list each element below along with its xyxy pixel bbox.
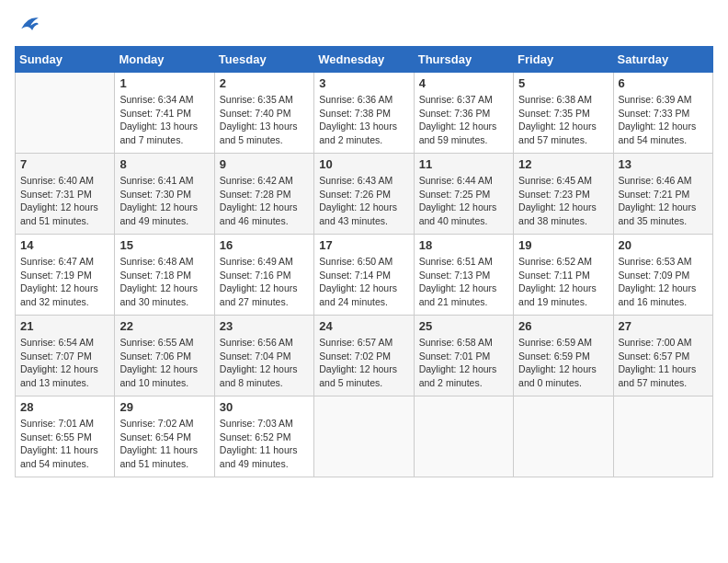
cell-content: Sunrise: 6:56 AM Sunset: 7:04 PM Dayligh… (220, 336, 309, 390)
sunset-text: Sunset: 7:18 PM (119, 270, 191, 281)
cell-content: Sunrise: 6:46 AM Sunset: 7:21 PM Dayligh… (619, 174, 708, 228)
sunset-text: Sunset: 7:31 PM (20, 189, 92, 200)
calendar-week-row: 1 Sunrise: 6:34 AM Sunset: 7:41 PM Dayli… (16, 73, 713, 154)
cell-content: Sunrise: 7:00 AM Sunset: 6:57 PM Dayligh… (619, 336, 708, 390)
cell-content: Sunrise: 7:03 AM Sunset: 6:52 PM Dayligh… (220, 417, 309, 471)
day-number: 1 (119, 76, 209, 90)
calendar-cell: 13 Sunrise: 6:46 AM Sunset: 7:21 PM Dayl… (613, 154, 712, 235)
sunset-text: Sunset: 6:57 PM (619, 350, 690, 362)
calendar-cell: 22 Sunrise: 6:55 AM Sunset: 7:06 PM Dayl… (115, 316, 214, 396)
sunrise-text: Sunrise: 6:42 AM (220, 175, 293, 186)
sunset-text: Sunset: 6:55 PM (20, 431, 92, 442)
daylight-text: Daylight: 12 hours and 16 minutes. (619, 282, 697, 307)
day-number: 14 (20, 238, 109, 252)
sunrise-text: Sunrise: 6:39 AM (619, 94, 692, 105)
sunrise-text: Sunrise: 6:54 AM (20, 337, 94, 348)
cell-content: Sunrise: 6:36 AM Sunset: 7:38 PM Dayligh… (319, 93, 408, 147)
cell-content: Sunrise: 6:34 AM Sunset: 7:41 PM Dayligh… (119, 93, 209, 147)
cell-content: Sunrise: 6:52 AM Sunset: 7:11 PM Dayligh… (518, 255, 608, 309)
weekday-header-wednesday: Wednesday (314, 47, 414, 73)
daylight-text: Daylight: 12 hours and 51 minutes. (20, 201, 98, 226)
day-number: 7 (20, 157, 109, 171)
calendar-cell: 24 Sunrise: 6:57 AM Sunset: 7:02 PM Dayl… (314, 316, 414, 396)
day-number: 2 (220, 76, 309, 90)
daylight-text: Daylight: 12 hours and 13 minutes. (20, 363, 98, 388)
cell-content: Sunrise: 7:02 AM Sunset: 6:54 PM Dayligh… (119, 417, 209, 471)
day-number: 5 (518, 76, 608, 90)
sunrise-text: Sunrise: 6:52 AM (518, 256, 592, 267)
day-number: 17 (319, 238, 408, 252)
sunrise-text: Sunrise: 6:46 AM (619, 175, 692, 186)
sunrise-text: Sunrise: 6:43 AM (319, 175, 392, 186)
sunrise-text: Sunrise: 6:34 AM (119, 94, 193, 105)
weekday-header-saturday: Saturday (613, 47, 712, 73)
sunrise-text: Sunrise: 6:44 AM (419, 175, 493, 186)
cell-content: Sunrise: 6:44 AM Sunset: 7:25 PM Dayligh… (419, 174, 508, 228)
cell-content: Sunrise: 6:35 AM Sunset: 7:40 PM Dayligh… (220, 93, 309, 147)
calendar-cell: 5 Sunrise: 6:38 AM Sunset: 7:35 PM Dayli… (514, 73, 613, 154)
day-number: 20 (619, 238, 708, 252)
daylight-text: Daylight: 11 hours and 51 minutes. (119, 444, 198, 469)
calendar-cell: 28 Sunrise: 7:01 AM Sunset: 6:55 PM Dayl… (16, 396, 115, 477)
sunset-text: Sunset: 7:16 PM (220, 270, 291, 281)
sunset-text: Sunset: 7:19 PM (20, 270, 92, 281)
sunset-text: Sunset: 6:59 PM (518, 350, 590, 362)
sunset-text: Sunset: 7:26 PM (319, 189, 391, 200)
day-number: 15 (119, 238, 209, 252)
sunset-text: Sunset: 7:25 PM (419, 189, 491, 200)
day-number: 28 (20, 400, 109, 414)
daylight-text: Daylight: 12 hours and 46 minutes. (220, 201, 298, 226)
calendar-cell: 25 Sunrise: 6:58 AM Sunset: 7:01 PM Dayl… (414, 316, 513, 396)
cell-content: Sunrise: 6:49 AM Sunset: 7:16 PM Dayligh… (220, 255, 309, 309)
sunset-text: Sunset: 7:35 PM (518, 108, 590, 119)
daylight-text: Daylight: 12 hours and 19 minutes. (518, 282, 597, 307)
calendar-cell: 18 Sunrise: 6:51 AM Sunset: 7:13 PM Dayl… (414, 235, 513, 316)
daylight-text: Daylight: 12 hours and 43 minutes. (319, 201, 397, 226)
daylight-text: Daylight: 12 hours and 40 minutes. (419, 201, 497, 226)
sunrise-text: Sunrise: 6:40 AM (20, 175, 94, 186)
day-number: 27 (619, 319, 708, 333)
calendar-cell: 23 Sunrise: 6:56 AM Sunset: 7:04 PM Dayl… (214, 316, 313, 396)
day-number: 11 (419, 157, 508, 171)
cell-content: Sunrise: 6:58 AM Sunset: 7:01 PM Dayligh… (419, 336, 508, 390)
sunset-text: Sunset: 7:41 PM (119, 108, 191, 119)
sunset-text: Sunset: 7:38 PM (319, 108, 391, 119)
sunset-text: Sunset: 7:09 PM (619, 270, 690, 281)
daylight-text: Daylight: 12 hours and 27 minutes. (220, 282, 298, 307)
calendar-week-row: 21 Sunrise: 6:54 AM Sunset: 7:07 PM Dayl… (16, 316, 713, 396)
sunset-text: Sunset: 7:30 PM (119, 189, 191, 200)
cell-content: Sunrise: 6:48 AM Sunset: 7:18 PM Dayligh… (119, 255, 209, 309)
daylight-text: Daylight: 12 hours and 54 minutes. (619, 121, 697, 145)
sunrise-text: Sunrise: 7:00 AM (619, 337, 692, 348)
daylight-text: Daylight: 11 hours and 54 minutes. (20, 444, 98, 469)
cell-content: Sunrise: 6:45 AM Sunset: 7:23 PM Dayligh… (518, 174, 608, 228)
calendar-week-row: 14 Sunrise: 6:47 AM Sunset: 7:19 PM Dayl… (16, 235, 713, 316)
day-number: 26 (518, 319, 608, 333)
sunset-text: Sunset: 7:11 PM (518, 270, 590, 281)
calendar-cell (414, 396, 513, 477)
calendar-week-row: 28 Sunrise: 7:01 AM Sunset: 6:55 PM Dayl… (16, 396, 713, 477)
calendar-week-row: 7 Sunrise: 6:40 AM Sunset: 7:31 PM Dayli… (16, 154, 713, 235)
calendar-cell: 10 Sunrise: 6:43 AM Sunset: 7:26 PM Dayl… (314, 154, 414, 235)
sunset-text: Sunset: 7:23 PM (518, 189, 590, 200)
calendar-table: SundayMondayTuesdayWednesdayThursdayFrid… (15, 46, 713, 477)
daylight-text: Daylight: 12 hours and 30 minutes. (119, 282, 198, 307)
calendar-cell: 14 Sunrise: 6:47 AM Sunset: 7:19 PM Dayl… (16, 235, 115, 316)
sunset-text: Sunset: 7:04 PM (220, 350, 291, 362)
calendar-cell: 19 Sunrise: 6:52 AM Sunset: 7:11 PM Dayl… (514, 235, 613, 316)
weekday-header-sunday: Sunday (16, 47, 115, 73)
calendar-cell: 16 Sunrise: 6:49 AM Sunset: 7:16 PM Dayl… (214, 235, 313, 316)
cell-content: Sunrise: 6:43 AM Sunset: 7:26 PM Dayligh… (319, 174, 408, 228)
sunset-text: Sunset: 6:54 PM (119, 431, 191, 442)
calendar-cell: 29 Sunrise: 7:02 AM Sunset: 6:54 PM Dayl… (115, 396, 214, 477)
sunrise-text: Sunrise: 6:47 AM (20, 256, 94, 267)
sunset-text: Sunset: 7:13 PM (419, 270, 491, 281)
daylight-text: Daylight: 12 hours and 5 minutes. (319, 363, 397, 388)
calendar-cell: 12 Sunrise: 6:45 AM Sunset: 7:23 PM Dayl… (514, 154, 613, 235)
sunset-text: Sunset: 7:06 PM (119, 350, 191, 362)
sunset-text: Sunset: 7:07 PM (20, 350, 92, 362)
daylight-text: Daylight: 12 hours and 0 minutes. (518, 363, 597, 388)
day-number: 10 (319, 157, 408, 171)
calendar-cell: 26 Sunrise: 6:59 AM Sunset: 6:59 PM Dayl… (514, 316, 613, 396)
logo-bird-icon (15, 15, 40, 35)
